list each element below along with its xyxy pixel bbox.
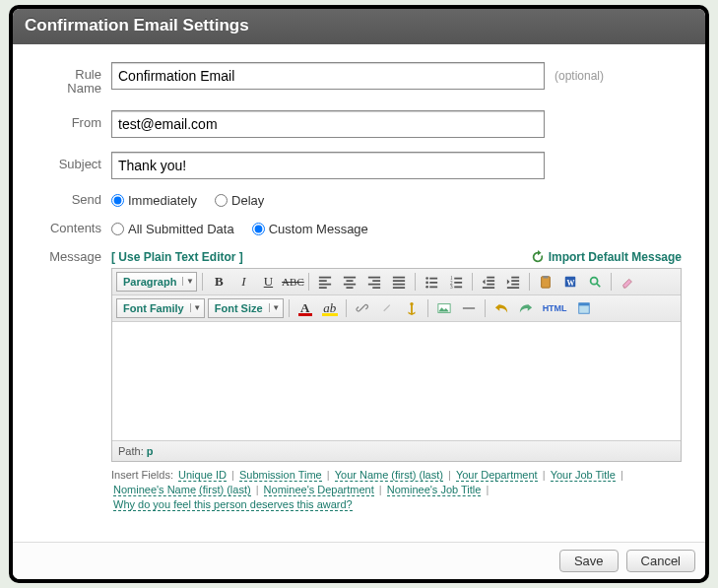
import-default-link[interactable]: Import Default Message <box>531 250 682 264</box>
save-button[interactable]: Save <box>559 550 619 572</box>
editor-content-area[interactable] <box>112 322 681 440</box>
editor-toolbar-row-1: Paragraph▼ B I U ABC <box>112 269 681 295</box>
cancel-button[interactable]: Cancel <box>626 550 695 572</box>
strikethrough-button[interactable]: ABC <box>282 272 303 292</box>
rule-name-hint: (optional) <box>555 69 604 83</box>
row-contents: Contents All Submitted Data Custom Messa… <box>36 222 682 236</box>
label-message: Message <box>36 250 111 264</box>
from-input[interactable] <box>111 110 545 138</box>
align-right-button[interactable] <box>363 272 385 292</box>
svg-point-2 <box>426 286 429 289</box>
link-button[interactable] <box>352 298 373 318</box>
insert-field-link[interactable]: Your Department <box>456 469 538 482</box>
insert-field-link[interactable]: Nominee's Department <box>264 484 374 496</box>
dialog-inner: Confirmation Email Settings Rule Name (o… <box>13 9 705 579</box>
align-left-button[interactable] <box>314 272 336 292</box>
label-contents: Contents <box>36 222 111 235</box>
anchor-button[interactable] <box>401 298 423 318</box>
insert-field-link[interactable]: Your Job Title <box>551 469 616 482</box>
row-subject: Subject <box>36 152 682 179</box>
underline-button[interactable]: U <box>257 272 279 292</box>
reload-icon <box>531 250 545 264</box>
send-immediately-label: Immediately <box>128 193 197 208</box>
label-send: Send <box>36 193 111 207</box>
rule-name-input[interactable] <box>111 62 545 90</box>
indent-button[interactable] <box>502 272 524 292</box>
svg-rect-12 <box>463 307 475 309</box>
insert-field-link[interactable]: Submission Time <box>239 469 322 482</box>
image-button[interactable] <box>433 298 455 318</box>
font-family-dropdown[interactable]: Font Family▼ <box>116 298 205 318</box>
label-subject: Subject <box>36 152 111 171</box>
use-plain-text-link[interactable]: [ Use Plain Text Editor ] <box>111 250 243 264</box>
svg-text:W: W <box>567 278 575 287</box>
undo-button[interactable] <box>490 298 512 318</box>
highlight-button[interactable]: ab <box>319 298 341 318</box>
paste-word-button[interactable]: W <box>559 272 581 292</box>
svg-point-10 <box>591 277 598 284</box>
find-button[interactable] <box>584 272 606 292</box>
contents-custom-label: Custom Message <box>269 222 368 236</box>
dialog-footer: Save Cancel <box>13 542 705 579</box>
html-button[interactable]: HTML <box>540 298 570 318</box>
eraser-button[interactable] <box>617 272 638 292</box>
contents-all-radio[interactable] <box>111 223 124 235</box>
row-rule-name: Rule Name (optional) <box>36 62 682 97</box>
text-color-button[interactable]: A <box>294 298 316 318</box>
svg-rect-14 <box>578 302 589 305</box>
insert-field-link[interactable]: Your Name (first) (last) <box>335 469 443 482</box>
send-delay-label: Delay <box>231 193 264 208</box>
insert-field-link[interactable]: Unique ID <box>178 469 227 482</box>
font-size-dropdown[interactable]: Font Size▼ <box>208 298 284 318</box>
paragraph-dropdown[interactable]: Paragraph▼ <box>116 272 197 292</box>
redo-button[interactable] <box>515 298 537 318</box>
align-justify-button[interactable] <box>388 272 410 292</box>
hr-button[interactable] <box>458 298 480 318</box>
align-center-button[interactable] <box>339 272 360 292</box>
editor-toolbar-row-2: Font Family▼ Font Size▼ A ab <box>112 295 681 322</box>
numbered-list-button[interactable]: 123 <box>445 272 467 292</box>
contents-all-label: All Submitted Data <box>128 222 234 236</box>
message-tools: [ Use Plain Text Editor ] Import Default… <box>111 250 682 264</box>
label-from: From <box>36 110 111 130</box>
insert-field-link[interactable]: Nominee's Name (first) (last) <box>113 484 251 496</box>
label-rule-name: Rule Name <box>36 62 111 97</box>
italic-button[interactable]: I <box>232 272 254 292</box>
insert-fields-section: Insert Fields: Unique ID | Submission Ti… <box>111 468 682 513</box>
send-immediately-radio[interactable] <box>111 194 124 207</box>
unlink-button[interactable] <box>376 298 398 318</box>
row-send: Send Immediately Delay <box>36 193 682 208</box>
dialog-body: Rule Name (optional) From Subject <box>13 44 705 542</box>
bold-button[interactable]: B <box>208 272 229 292</box>
row-message: Message [ Use Plain Text Editor ] Import… <box>36 250 682 513</box>
insert-field-link[interactable]: Why do you feel this person deserves thi… <box>113 498 353 511</box>
outdent-button[interactable] <box>478 272 499 292</box>
rich-text-editor: Paragraph▼ B I U ABC <box>111 268 682 462</box>
bullet-list-button[interactable] <box>421 272 442 292</box>
insert-fields-heading: Insert Fields: <box>111 469 173 481</box>
settings-dialog: Confirmation Email Settings Rule Name (o… <box>9 5 709 583</box>
svg-rect-7 <box>544 275 549 278</box>
contents-custom-radio[interactable] <box>252 223 265 235</box>
svg-point-0 <box>426 277 429 280</box>
paste-button[interactable] <box>535 272 556 292</box>
insert-field-link[interactable]: Nominee's Job Title <box>387 484 482 496</box>
svg-point-1 <box>426 281 429 284</box>
dialog-title: Confirmation Email Settings <box>13 9 705 44</box>
svg-text:3: 3 <box>450 284 453 289</box>
fullscreen-button[interactable] <box>573 298 595 318</box>
row-from: From <box>36 110 682 138</box>
send-delay-radio[interactable] <box>215 194 228 207</box>
editor-path: Path: p <box>112 440 681 461</box>
subject-input[interactable] <box>111 152 545 179</box>
